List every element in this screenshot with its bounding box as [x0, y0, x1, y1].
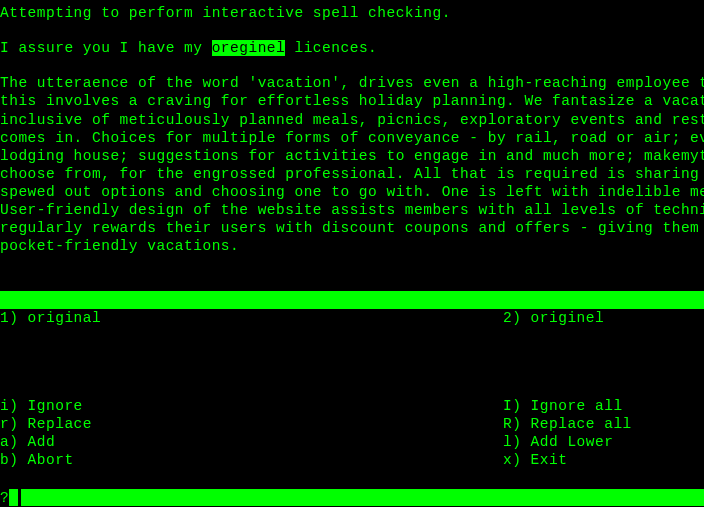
terminal-screen: Attempting to perform interactive spell …	[0, 0, 704, 507]
misspelled-word: oreginel	[212, 40, 286, 56]
paragraph-line: User-friendly design of the website assi…	[0, 201, 704, 219]
prompt-fill	[21, 489, 704, 506]
paragraph-line: regularly rewards their users with disco…	[0, 219, 704, 237]
status-line: Attempting to perform interactive spell …	[0, 4, 704, 22]
cmd-add-lower[interactable]: l) Add Lower	[503, 433, 704, 451]
paragraph-line: lodging house; suggestions for activitie…	[0, 147, 704, 165]
prompt-symbol: ?	[0, 489, 9, 507]
cmd-ignore-all[interactable]: I) Ignore all	[503, 397, 704, 415]
suggestion-2[interactable]: 2) originel	[503, 309, 704, 327]
separator-bar	[0, 291, 704, 309]
cmd-abort[interactable]: b) Abort	[0, 451, 503, 469]
context-suffix: licences.	[285, 40, 377, 56]
paragraph-line: choose from, for the engrossed professio…	[0, 165, 704, 183]
cmd-replace[interactable]: r) Replace	[0, 415, 503, 433]
cmd-add[interactable]: a) Add	[0, 433, 503, 451]
paragraph-line: comes in. Choices for multiple forms of …	[0, 129, 704, 147]
context-line: I assure you I have my oreginel licences…	[0, 39, 704, 57]
suggestion-1[interactable]: 1) original	[0, 309, 503, 327]
paragraph-line: pocket-friendly vacations.	[0, 237, 704, 255]
prompt-line[interactable]: ?	[0, 489, 704, 507]
cmd-exit[interactable]: x) Exit	[503, 451, 704, 469]
context-prefix: I assure you I have my	[0, 40, 212, 56]
cmd-replace-all[interactable]: R) Replace all	[503, 415, 704, 433]
paragraph-line: this involves a craving for effortless h…	[0, 92, 704, 110]
cursor	[9, 489, 18, 506]
cmd-ignore[interactable]: i) Ignore	[0, 397, 503, 415]
paragraph-line: The utteraence of the word 'vacation', d…	[0, 74, 704, 92]
paragraph-line: inclusive of meticulously planned meals,…	[0, 111, 704, 129]
paragraph-line: spewed out options and choosing one to g…	[0, 183, 704, 201]
